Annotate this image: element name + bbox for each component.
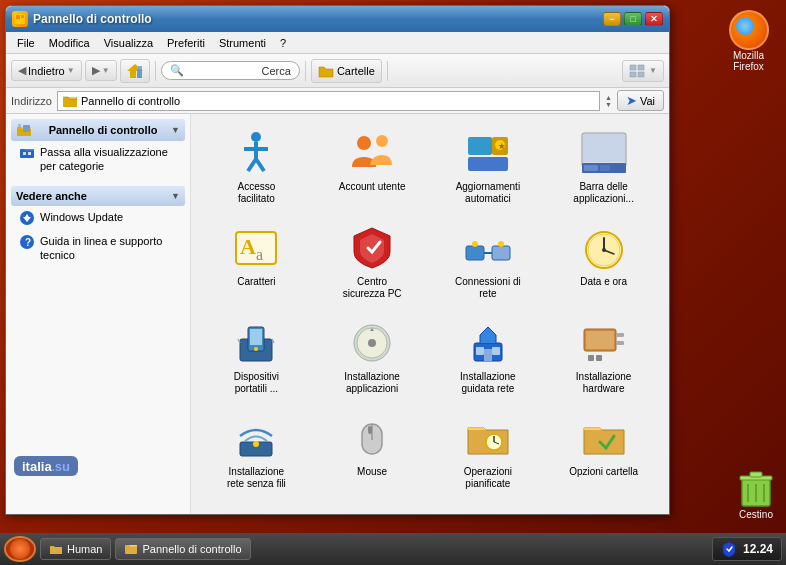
svg-rect-34 bbox=[468, 137, 492, 155]
svg-rect-14 bbox=[638, 65, 644, 70]
dispositivi-graphic bbox=[232, 319, 280, 367]
svg-rect-13 bbox=[630, 65, 636, 70]
watermark-text1: italia bbox=[22, 459, 52, 474]
menu-help[interactable]: ? bbox=[274, 35, 292, 51]
svg-text:A: A bbox=[240, 234, 256, 259]
panel-header-main[interactable]: Pannello di controllo ▼ bbox=[11, 119, 185, 141]
forward-button[interactable]: ▶ ▼ bbox=[85, 60, 117, 81]
menu-modifica[interactable]: Modifica bbox=[43, 35, 96, 51]
caratteri-label: Caratteri bbox=[237, 276, 275, 288]
menu-visualizza[interactable]: Visualizza bbox=[98, 35, 159, 51]
svg-rect-20 bbox=[23, 125, 30, 132]
firefox-label: Mozilla Firefox bbox=[721, 50, 776, 72]
icon-accesso[interactable]: Accesso facilitato bbox=[201, 124, 312, 214]
icon-connessioni[interactable]: Connessioni di rete bbox=[433, 219, 544, 309]
svg-point-63 bbox=[368, 339, 376, 347]
opzioni4-graphic bbox=[232, 509, 280, 514]
operazioni-label: Operazioni pianificate bbox=[450, 466, 525, 490]
panel-item-help[interactable]: ? Guida in linea e supporto tecnico bbox=[11, 230, 185, 267]
go-arrow-icon: ➤ bbox=[626, 93, 637, 108]
icon-opzioni-cartella[interactable]: Opzioni cartella bbox=[548, 409, 659, 499]
svg-rect-71 bbox=[616, 341, 624, 345]
svg-rect-69 bbox=[586, 331, 614, 349]
svg-point-51 bbox=[498, 241, 504, 247]
icon-account[interactable]: Account utente bbox=[317, 124, 428, 214]
mouse-graphic bbox=[348, 414, 396, 462]
title-bar-buttons: − □ ✕ bbox=[603, 12, 663, 26]
svg-rect-8 bbox=[21, 15, 24, 18]
installazione-rete-label: Installazione guidata rete bbox=[450, 371, 525, 395]
taskbar-item-human[interactable]: Human bbox=[40, 538, 111, 560]
icon-opzioni6[interactable]: Opzioni bbox=[433, 504, 544, 514]
icon-caratteri[interactable]: A a Caratteri bbox=[201, 219, 312, 309]
centro-graphic bbox=[348, 224, 396, 272]
opzioni5-graphic bbox=[348, 509, 396, 514]
installazione-app-label: Installazione applicazioni bbox=[335, 371, 410, 395]
views-button[interactable]: ▼ bbox=[622, 60, 664, 82]
content-area: Pannello di controllo ▼ Passa bbox=[6, 114, 669, 514]
maximize-button[interactable]: □ bbox=[624, 12, 642, 26]
icon-installazione-app[interactable]: Installazione applicazioni bbox=[317, 314, 428, 404]
icon-opzioni5[interactable]: Opzioni bbox=[317, 504, 428, 514]
icon-data[interactable]: Data e ora bbox=[548, 219, 659, 309]
minimize-button[interactable]: − bbox=[603, 12, 621, 26]
icon-centro[interactable]: Centro sicurezza PC bbox=[317, 219, 428, 309]
panel-item-categories[interactable]: Passa alla visualizzazione per categorie bbox=[11, 141, 185, 178]
see-also-toggle-icon: ▼ bbox=[171, 191, 180, 201]
panel-item-windows-update[interactable]: Windows Update bbox=[11, 206, 185, 230]
folders-label: Cartelle bbox=[337, 65, 375, 77]
barra-graphic bbox=[580, 129, 628, 177]
icon-installazione-hw[interactable]: Installazione hardware bbox=[548, 314, 659, 404]
views-caret-icon: ▼ bbox=[649, 66, 657, 75]
firefox-desktop-icon[interactable]: Mozilla Firefox bbox=[721, 10, 776, 72]
panel-main-title: Pannello di controllo bbox=[49, 124, 158, 136]
address-input[interactable] bbox=[81, 95, 594, 107]
go-button[interactable]: ➤ Vai bbox=[617, 90, 664, 111]
cestino-icon-graphic bbox=[736, 469, 776, 509]
icon-aggiornamenti[interactable]: ★ Aggiornamenti automatici bbox=[433, 124, 544, 214]
account-graphic bbox=[348, 129, 396, 177]
icon-operazioni[interactable]: Operazioni pianificate bbox=[433, 409, 544, 499]
svg-text:?: ? bbox=[25, 237, 31, 248]
folders-button[interactable]: Cartelle bbox=[311, 59, 382, 83]
icon-barra[interactable]: Barra delle applicazioni... bbox=[548, 124, 659, 214]
svg-rect-41 bbox=[583, 134, 625, 162]
svg-rect-47 bbox=[466, 246, 484, 260]
go-label: Vai bbox=[640, 95, 655, 107]
up-button[interactable] bbox=[120, 59, 150, 83]
operazioni-graphic bbox=[464, 414, 512, 462]
icon-installazione-rete[interactable]: Installazione guidata rete bbox=[433, 314, 544, 404]
search-box[interactable]: 🔍 Cerca bbox=[161, 61, 300, 80]
up-arrow-icon bbox=[127, 63, 143, 79]
svg-rect-19 bbox=[18, 124, 21, 127]
toolbar-sep-2 bbox=[305, 61, 306, 81]
icon-mouse[interactable]: Mouse bbox=[317, 409, 428, 499]
menu-file[interactable]: File bbox=[11, 35, 41, 51]
search-input[interactable] bbox=[188, 65, 258, 77]
icon-opzioni7[interactable]: Opzioni bbox=[548, 504, 659, 514]
installazione-wireless-graphic bbox=[232, 414, 280, 462]
menu-preferiti[interactable]: Preferiti bbox=[161, 35, 211, 51]
back-arrow-icon: ◀ bbox=[18, 64, 26, 77]
icon-dispositivi[interactable]: Dispositivi portatili ... bbox=[201, 314, 312, 404]
close-button[interactable]: ✕ bbox=[645, 12, 663, 26]
icon-installazione-wireless[interactable]: Installazione rete senza fili bbox=[201, 409, 312, 499]
window-icon bbox=[12, 11, 28, 27]
taskbar-item-control-panel[interactable]: Pannello di controllo bbox=[115, 538, 250, 560]
back-button[interactable]: ◀ Indietro ▼ bbox=[11, 60, 82, 81]
cestino-desktop-icon[interactable]: Cestino bbox=[736, 469, 776, 520]
see-also-header[interactable]: Vedere anche ▼ bbox=[11, 186, 185, 206]
address-bar: Indirizzo ▲▼ ➤ Vai bbox=[6, 88, 669, 114]
tray-shield-icon bbox=[721, 541, 737, 557]
icon-opzioni4[interactable]: Opzioni bbox=[201, 504, 312, 514]
data-label: Data e ora bbox=[580, 276, 627, 288]
watermark: italia.su bbox=[14, 456, 78, 476]
tray-time: 12.24 bbox=[743, 542, 773, 556]
windows-update-label: Windows Update bbox=[40, 210, 123, 224]
svg-point-32 bbox=[357, 136, 371, 150]
opzioni7-graphic bbox=[580, 509, 628, 514]
menu-strumenti[interactable]: Strumenti bbox=[213, 35, 272, 51]
dispositivi-label: Dispositivi portatili ... bbox=[219, 371, 294, 395]
left-panel: Pannello di controllo ▼ Passa bbox=[6, 114, 191, 514]
start-button[interactable] bbox=[4, 536, 36, 562]
